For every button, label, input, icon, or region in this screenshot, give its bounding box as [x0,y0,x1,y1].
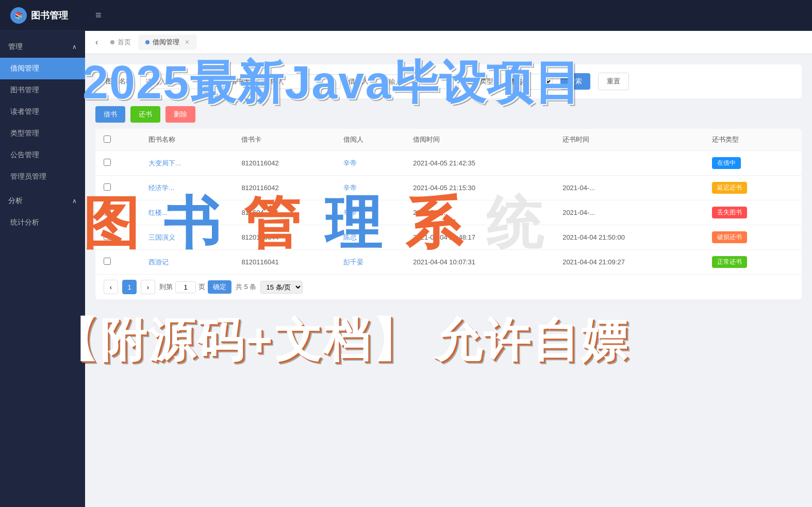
sidebar-item-types[interactable]: 类型管理 [0,123,85,144]
row3-status-badge: 丢失图书 [712,207,747,218]
row4-bookname-link[interactable]: 三国演义 [148,233,175,241]
page-content: 图书名称 借书卡 借阅人 还书类型 请选择 正常还书 延迟还书 破损还书 丢失图… [85,54,812,507]
pagination-page-unit: 页 [198,282,205,292]
tab-borrow-label: 借阅管理 [153,38,179,47]
row4-checkbox[interactable] [104,233,111,240]
pagination-page-1-button[interactable]: 1 [122,280,137,294]
row2-borrower-link[interactable]: 辛帝 [343,184,357,192]
row4-borrower: 陈恋 [335,225,405,250]
pagination-goto: 到第 页 确定 [159,280,231,294]
tab-home[interactable]: 首页 [103,35,138,50]
row4-borrower-link[interactable]: 陈恋 [343,233,357,241]
table-header-checkbox [95,129,140,151]
row3-bookname-link[interactable]: 红楼... [148,209,168,216]
row1-borrower: 辛帝 [335,151,405,176]
row1-borrower-link[interactable]: 辛帝 [343,159,357,167]
row1-return-time [554,151,704,176]
tab-borrow-manage[interactable]: 借阅管理 ✕ [138,35,197,50]
borrow-button[interactable]: 借书 [95,106,125,123]
content-area: ‹ 首页 借阅管理 ✕ 图书名称 借书卡 借阅人 还书类型 [85,31,812,507]
filter-reset-button[interactable]: 重置 [598,73,629,90]
filter-type-select[interactable]: 请选择 正常还书 延迟还书 破损还书 丢失图书 在借中 [501,74,553,90]
table-header-return-time: 还书时间 [554,129,704,151]
row5-borrow-time: 2021-04-04 10:07:31 [405,250,554,275]
row4-return-time: 2021-04-04 21:50:00 [554,225,704,250]
tab-home-label: 首页 [118,38,131,47]
row3-borrow-time: 2021-04-... [405,200,554,225]
row5-checkbox-cell [95,250,140,275]
row2-status: 延迟还书 [704,176,802,200]
row1-card: 8120116042 [233,151,335,176]
delete-button[interactable]: 删除 [165,106,195,123]
row3-return-time: 2021-04-... [554,200,704,225]
row3-borrower-link[interactable]: 辛帝 [343,209,357,216]
tab-back-button[interactable]: ‹ [90,35,103,49]
sidebar-item-readers[interactable]: 读者管理 [0,101,85,123]
row5-status: 正常还书 [704,250,802,275]
pagination-confirm-button[interactable]: 确定 [208,280,231,294]
row2-return-time: 2021-04-... [554,176,704,200]
sidebar-item-stats[interactable]: 统计分析 [0,212,85,233]
row3-checkbox-cell [95,200,140,225]
pagination-size-select[interactable]: 10 条/页 15 条/页 20 条/页 50 条/页 [260,281,303,294]
borrow-table-container: 图书名称 借书卡 借阅人 借阅时间 还书时间 还书类型 大变局下... 812 [95,129,802,299]
return-button[interactable]: 还书 [130,106,160,123]
sidebar-item-borrow[interactable]: 借阅管理 [0,58,85,79]
sidebar-group-manage-header[interactable]: 管理 ∧ [0,36,85,58]
row3-borrower: 辛帝 [335,200,405,225]
sidebar: 管理 ∧ 借阅管理 图书管理 读者管理 类型管理 公告管理 管理员管理 分析 ∧… [0,31,85,507]
sidebar-group-manage: 管理 ∧ 借阅管理 图书管理 读者管理 类型管理 公告管理 管理员管理 [0,36,85,188]
row2-borrow-time: 2021-04-05 21:15:30 [405,176,554,200]
filter-card-input[interactable] [258,74,341,89]
main-layout: 管理 ∧ 借阅管理 图书管理 读者管理 类型管理 公告管理 管理员管理 分析 ∧… [0,31,812,507]
table-header-return-type: 还书类型 [704,129,802,151]
sidebar-item-admins[interactable]: 管理员管理 [0,166,85,188]
logo-icon: 📚 [10,7,27,24]
row4-checkbox-cell [95,225,140,250]
row1-status: 在借中 [704,151,802,176]
filter-borrower-label: 借阅人 [349,77,369,86]
table-row: 大变局下... 8120116042 辛帝 2021-04-05 21:42:3… [95,151,802,176]
row1-bookname: 大变局下... [140,151,233,176]
row3-checkbox[interactable] [104,208,111,215]
row2-checkbox-cell [95,176,140,200]
table-header-borrow-time: 借阅时间 [405,129,554,151]
row5-bookname-link[interactable]: 西游记 [148,258,169,266]
filter-borrower-input[interactable] [376,74,459,89]
app-title: 图书管理 [31,9,68,22]
row4-card: 8120116044 [233,225,335,250]
sidebar-group-analysis-label: 分析 [8,196,23,206]
row2-card: 8120116042 [233,176,335,200]
chevron-up-icon: ∧ [72,43,77,50]
table-row: 红楼... 811604... 辛帝 2021-04-... 2021-04-.… [95,200,802,225]
top-bar: 📚 图书管理 ≡ [0,0,812,31]
tab-close-icon[interactable]: ✕ [185,39,190,46]
row1-bookname-link[interactable]: 大变局下... [148,159,181,167]
select-all-checkbox[interactable] [104,136,111,143]
filter-card-label: 借书卡 [230,77,251,86]
filter-bookname-input[interactable] [140,74,223,89]
row2-checkbox[interactable] [104,183,111,191]
row5-checkbox[interactable] [104,258,111,265]
row1-borrow-time: 2021-04-05 21:42:35 [405,151,554,176]
table-header-card: 借书卡 [233,129,335,151]
pagination-goto-input[interactable] [175,281,196,293]
row5-borrower-link[interactable]: 彭千晏 [343,258,363,266]
row5-status-badge: 正常还书 [712,256,747,268]
sidebar-group-analysis: 分析 ∧ 统计分析 [0,190,85,233]
sidebar-group-analysis-header[interactable]: 分析 ∧ [0,190,85,212]
filter-bookname-label: 图书名称 [106,77,132,86]
filter-bar: 图书名称 借书卡 借阅人 还书类型 请选择 正常还书 延迟还书 破损还书 丢失图… [95,64,802,98]
pagination-goto-label: 到第 [159,282,173,292]
row3-bookname: 红楼... [140,200,233,225]
row2-bookname-link[interactable]: 经济学... [148,184,174,192]
filter-search-button[interactable]: 搜索 [560,73,590,90]
pagination-prev-button[interactable]: ‹ [104,280,118,294]
table-row: 西游记 8120116041 彭千晏 2021-04-04 10:07:31 2… [95,250,802,275]
sidebar-item-announcements[interactable]: 公告管理 [0,144,85,166]
sidebar-item-books[interactable]: 图书管理 [0,79,85,101]
pagination-total: 共 5 条 [236,282,256,292]
pagination-next-button[interactable]: › [141,280,155,294]
row1-checkbox[interactable] [104,159,111,166]
hamburger-icon[interactable]: ≡ [95,9,102,21]
